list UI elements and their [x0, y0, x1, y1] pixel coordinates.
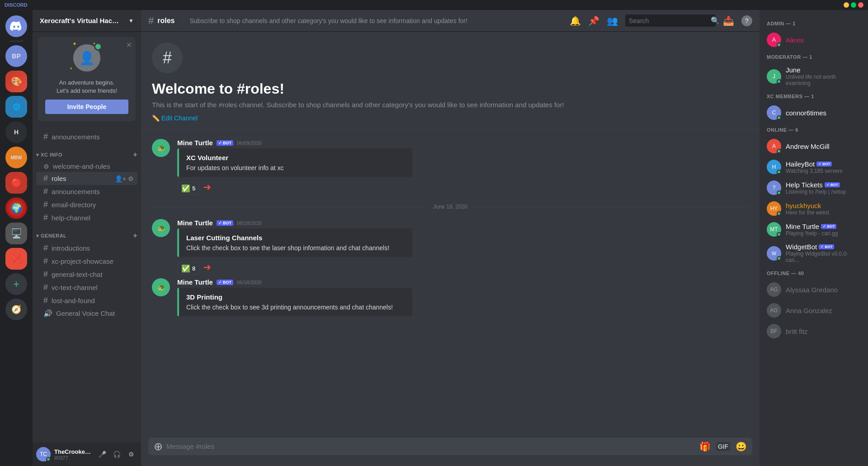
channel-item-help-channel[interactable]: # help-channel — [36, 211, 137, 224]
member-item-hyuckhyuck[interactable]: HY hyuckhyuck Here for the weird. — [763, 199, 864, 219]
member-status: Here for the weird. — [786, 209, 830, 216]
member-item-anna[interactable]: AG Anna Gonzalez — [763, 300, 864, 320]
members-sidebar: ADMIN — 1 A Alexis MODERATOR — 1 J June … — [760, 10, 868, 466]
red-arrow-icon: ➜ — [203, 262, 211, 273]
server-icon-h[interactable]: H — [5, 121, 27, 143]
member-item-widgetbot[interactable]: W WidgetBot ✓ BOT Playing WidgetBot v0.0… — [763, 240, 864, 266]
deafen-button[interactable]: 🎧 — [110, 448, 123, 461]
help-icon[interactable]: ? — [741, 15, 752, 26]
mute-button[interactable]: 🎤 — [96, 448, 108, 461]
category-xc-info[interactable]: ▾ XC INFO + — [33, 143, 141, 161]
hash-icon: # — [43, 200, 48, 209]
gift-icon[interactable]: 🎁 — [699, 441, 711, 452]
pinned-messages-icon[interactable]: 📌 — [588, 15, 599, 26]
discord-home-button[interactable] — [5, 15, 27, 37]
hash-icon: # — [43, 187, 48, 196]
titlebar-left: DISCORD — [5, 2, 28, 8]
settings-icon[interactable]: ⚙ — [128, 175, 134, 182]
close-button[interactable]: × — [858, 2, 863, 8]
server-header[interactable]: Xerocraft's Virtual Hacke... ▼ — [33, 10, 141, 32]
channel-item-welcome-and-rules[interactable]: ⚙ welcome-and-rules — [36, 161, 137, 172]
search-bar[interactable]: 🔍 — [625, 14, 716, 27]
member-item-britt[interactable]: BF britt fitz — [763, 321, 864, 341]
server-icon-s6[interactable]: 🔴 — [5, 172, 27, 194]
message-input-area: ⊕ 🎁 GIF 😀 — [141, 437, 760, 466]
server-icon-s2[interactable]: 🎨 — [5, 71, 27, 92]
member-item-alexis[interactable]: A Alexis — [763, 30, 864, 50]
edit-channel-link[interactable]: ✏️ Edit Channel — [152, 114, 198, 122]
bot-badge: ✓ BOT — [825, 182, 840, 187]
channel-item-introductions[interactable]: # introductions — [36, 242, 137, 255]
server-icon-s9[interactable]: ❌ — [5, 248, 27, 270]
emoji-icon[interactable]: 😀 — [736, 441, 747, 452]
reaction-button[interactable]: ✅ 8 — [177, 262, 199, 275]
welcome-desc: This is the start of the #roles channel.… — [152, 101, 749, 109]
add-server-button[interactable]: + — [5, 273, 27, 295]
invite-people-button[interactable]: Invite People — [45, 100, 128, 114]
channel-list: # announcements ▾ XC INFO + ⚙ welcome-an… — [33, 127, 141, 442]
maximize-button[interactable]: □ — [851, 2, 856, 8]
role-xc-members: XC MEMBERS — 1 — [763, 90, 864, 101]
member-avatar: BF — [767, 324, 781, 338]
channel-item-general-voice-chat[interactable]: 🔊 General Voice Chat — [36, 307, 137, 319]
member-name: Anna Gonzalez — [786, 307, 832, 314]
notification-bell-icon[interactable]: 🔔 — [570, 15, 581, 26]
server-icon-s7[interactable]: 🌍 — [5, 197, 27, 219]
member-info: HaileyBot ✓ BOT Watching 3,185 servers — [786, 160, 843, 174]
channel-item-email-directory[interactable]: # email-directory — [36, 198, 137, 211]
bot-badge: ✓ BOT — [821, 224, 836, 229]
category-general-add-button[interactable]: + — [133, 232, 137, 240]
message-input[interactable] — [166, 437, 696, 455]
member-info: Alyssaa Gredano — [786, 286, 838, 294]
category-add-button[interactable]: + — [133, 151, 137, 159]
server-icon-bp[interactable]: BP — [5, 45, 27, 67]
member-item-june[interactable]: J June Unlived life not worth examining — [763, 63, 864, 89]
member-info: Help Tickets ✓ BOT Listening to /help | … — [786, 181, 846, 195]
member-item-alyssaa[interactable]: AG Alyssaa Gredano — [763, 280, 864, 300]
member-info: Andrew McGill — [786, 143, 830, 150]
channel-item-announcements[interactable]: # announcements — [36, 185, 137, 198]
search-input[interactable] — [629, 17, 708, 24]
add-attachment-button[interactable]: ⊕ — [154, 440, 163, 453]
server-icon-mbw[interactable]: MBW — [5, 147, 27, 168]
hash-icon: # — [43, 296, 48, 305]
reaction-button[interactable]: ✅ 5 — [177, 182, 199, 195]
member-name: hyuckhyuck — [786, 202, 830, 209]
channel-item-general-text-chat[interactable]: # general-text-chat — [36, 268, 137, 281]
member-name: HaileyBot — [786, 160, 815, 168]
bot-badge: ✓ BOT — [217, 280, 233, 285]
channel-item-roles[interactable]: # roles 👤+ ⚙ — [36, 172, 137, 185]
bot-badge: ✓ BOT — [816, 162, 832, 166]
member-item-andrew[interactable]: A Andrew McGill — [763, 136, 864, 156]
topbar-topic: Subscribe to shop channels and other cat… — [190, 17, 565, 24]
embed-desc: For updates on volunteer info at xc — [186, 164, 405, 171]
channel-item-vc-text-channel[interactable]: # vc-text-channel — [36, 281, 137, 294]
member-name-row: Mine Turtle ✓ BOT — [786, 223, 838, 230]
channel-item-lost-and-found[interactable]: # lost-and-found — [36, 294, 137, 307]
member-name: Help Tickets — [786, 181, 823, 189]
channel-sidebar: Xerocraft's Virtual Hacke... ▼ ✕ 👤 ✦ ✦ ✦… — [33, 10, 141, 466]
explore-servers-button[interactable]: 🧭 — [5, 299, 27, 320]
bot-badge: ✓ BOT — [217, 220, 233, 226]
channel-item-announcements-top[interactable]: # announcements — [36, 130, 137, 143]
member-list-icon[interactable]: 👥 — [607, 15, 618, 26]
category-general[interactable]: ▾ GENERAL + — [33, 224, 141, 242]
minimize-button[interactable]: − — [844, 2, 849, 8]
add-member-icon[interactable]: 👤+ — [115, 175, 126, 182]
member-item-haileybot[interactable]: H HaileyBot ✓ BOT Watching 3,185 servers — [763, 157, 864, 177]
server-icon-s8[interactable]: 🖥️ — [5, 223, 27, 244]
channel-item-xc-project-showcase[interactable]: # xc-project-showcase — [36, 255, 137, 268]
inbox-icon[interactable]: 📥 — [723, 15, 734, 26]
discord-logo: DISCORD — [5, 2, 28, 8]
member-item-mine-turtle[interactable]: MT Mine Turtle ✓ BOT Playing !help - car… — [763, 219, 864, 239]
member-item-connor[interactable]: C connor6times — [763, 103, 864, 123]
embed-desc: Click the check box to see 3d printing a… — [186, 304, 405, 311]
message-header: Mine Turtle ✓ BOT 06/09/2020 — [177, 139, 749, 147]
member-item-helptickets[interactable]: ? Help Tickets ✓ BOT Listening to /help … — [763, 178, 864, 198]
hash-icon: # — [43, 270, 48, 279]
server-icon-s3[interactable]: 🌐 — [5, 96, 27, 118]
message-avatar: 🐢 — [152, 219, 170, 237]
gif-icon[interactable]: GIF — [716, 442, 730, 451]
user-settings-button[interactable]: ⚙ — [125, 448, 137, 461]
invite-popup-close-button[interactable]: ✕ — [126, 41, 132, 49]
